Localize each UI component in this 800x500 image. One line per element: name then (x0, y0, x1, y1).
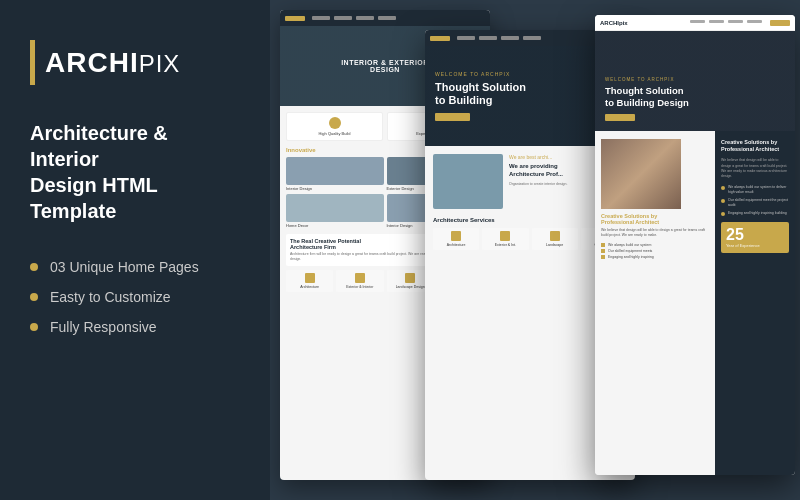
check-text: Engaging and highly inspiring (608, 255, 654, 259)
rrc-points: We always build our system to deliver hi… (721, 185, 789, 216)
nav-link (501, 36, 519, 40)
middle-intro-image (433, 154, 503, 209)
rlc-section-title: Creative Solutions byProfessional Archit… (601, 213, 709, 225)
rrc-number-label: Year of Experience (726, 243, 784, 248)
rrc-number: 25 (726, 227, 784, 243)
rrc-point-text: Our skilled equipment meet the project a… (728, 198, 789, 208)
feature-icon (329, 117, 341, 129)
screens-container: INTERIOR & EXTERIORDESIGN High Quality B… (270, 0, 800, 500)
nav-links (312, 16, 396, 20)
right-split-content: Creative Solutions byProfessional Archit… (595, 131, 795, 475)
nav-link (457, 36, 475, 40)
right-right-col: Creative Solutions byProfessional Archit… (715, 131, 795, 475)
screen-main-navbar (280, 10, 490, 26)
logo-container: ARCHIPIX (30, 40, 240, 85)
stair-image (601, 139, 681, 209)
check-icon (601, 249, 605, 253)
service-item: Architecture (433, 228, 479, 250)
service-icon (500, 231, 510, 241)
right-welcome: WELCOME TO ARCHPIX (605, 77, 785, 82)
right-hero-title: Thought Solutionto Building Design (605, 85, 785, 108)
logo-suffix: PIX (139, 50, 181, 77)
rrc-point: We always build our system to deliver hi… (721, 185, 789, 195)
right-panel: INTERIOR & EXTERIORDESIGN High Quality B… (270, 0, 800, 500)
rrc-point-text: We always build our system to deliver hi… (728, 185, 789, 195)
check-text: Our skilled equipment meets (608, 249, 652, 253)
bullet-icon (721, 186, 725, 190)
rlc-body: We believe that design will be able to d… (601, 228, 709, 239)
right-left-col: Creative Solutions byProfessional Archit… (595, 131, 715, 475)
logo-brand: ARCHI (45, 47, 139, 78)
screen-right: ARCHIpix WELCOME TO ARCHPIX Thought Solu… (595, 15, 795, 475)
check-item: Our skilled equipment meets (601, 249, 709, 253)
nav-link (523, 36, 541, 40)
right-nav-items (690, 20, 790, 26)
check-text: We always build our system (608, 243, 651, 247)
service-item: Exterior & Int. (482, 228, 528, 250)
nav-link (334, 16, 352, 20)
rrc-section-title: Creative Solutions byProfessional Archit… (721, 139, 789, 153)
service-icon (451, 231, 461, 241)
check-item: Engaging and highly inspiring (601, 255, 709, 259)
logo-nav-dot (285, 16, 305, 21)
right-hero-btn[interactable] (605, 114, 635, 121)
nav-link (479, 36, 497, 40)
service-label: Landscape Design (396, 285, 425, 289)
grid-image-item: Home Decor (286, 194, 384, 228)
feature-label: 03 Unique Home Pages (50, 259, 199, 275)
grid-image-item: Interior Design (286, 157, 384, 191)
service-label: Exterior & Int. (495, 243, 516, 247)
right-logo: ARCHIpix (600, 20, 628, 26)
check-icon (601, 243, 605, 247)
img-label: Home Decor (286, 223, 384, 228)
tagline: Architecture & InteriorDesign HTML Templ… (30, 120, 240, 224)
grid-img (286, 194, 384, 222)
nav-item (747, 20, 762, 23)
main-hero-title: INTERIOR & EXTERIORDESIGN (341, 59, 429, 73)
service-item: Landscape (532, 228, 578, 250)
service-icon (550, 231, 560, 241)
img-label: Interior Design (286, 186, 384, 191)
nav-link (378, 16, 396, 20)
features-list: 03 Unique Home Pages Easty to Customize … (30, 259, 240, 335)
left-panel: ARCHIPIX Architecture & InteriorDesign H… (0, 0, 270, 500)
bullet-icon (721, 212, 725, 216)
nav-cta-button[interactable] (770, 20, 790, 26)
service-item: Exterior & Interior (336, 270, 383, 292)
service-icon (405, 273, 415, 283)
grid-img (286, 157, 384, 185)
rrc-body: We believe that design will be able to d… (721, 158, 789, 179)
brand-logo: ARCHIPIX (45, 47, 180, 79)
right-hero: WELCOME TO ARCHPIX Thought Solutionto Bu… (595, 31, 795, 131)
rrc-point: Our skilled equipment meet the project a… (721, 198, 789, 208)
rrc-point: Engaging and highly inspiring building (721, 211, 789, 216)
middle-hero-btn[interactable] (435, 113, 470, 121)
feature-icon-box: High Quality Build (286, 112, 383, 141)
feature-label: Fully Responsive (50, 319, 157, 335)
service-label: Architecture (300, 285, 319, 289)
check-icon (601, 255, 605, 259)
feature-label: Easty to Customize (50, 289, 171, 305)
nav-link (356, 16, 374, 20)
bullet-icon (30, 323, 38, 331)
feature-item: 03 Unique Home Pages (30, 259, 240, 275)
service-label: Exterior & Interior (346, 285, 373, 289)
rrc-number-box: 25 Year of Experience (721, 222, 789, 253)
feature-item: Easty to Customize (30, 289, 240, 305)
check-item: We always build our system (601, 243, 709, 247)
nav-link (312, 16, 330, 20)
nav-item (709, 20, 724, 23)
nav-item (690, 20, 705, 23)
rlc-checks: We always build our system Our skilled e… (601, 243, 709, 259)
bullet-icon (30, 293, 38, 301)
service-icon (355, 273, 365, 283)
rrc-point-text: Engaging and highly inspiring building (728, 211, 787, 216)
logo-accent-bar (30, 40, 35, 85)
service-label: Architecture (447, 243, 466, 247)
service-item: Architecture (286, 270, 333, 292)
logo-nav-dot (430, 36, 450, 41)
service-icon (305, 273, 315, 283)
nav-links (457, 36, 541, 40)
service-label: Landscape (546, 243, 563, 247)
feature-label: High Quality Build (319, 131, 351, 136)
